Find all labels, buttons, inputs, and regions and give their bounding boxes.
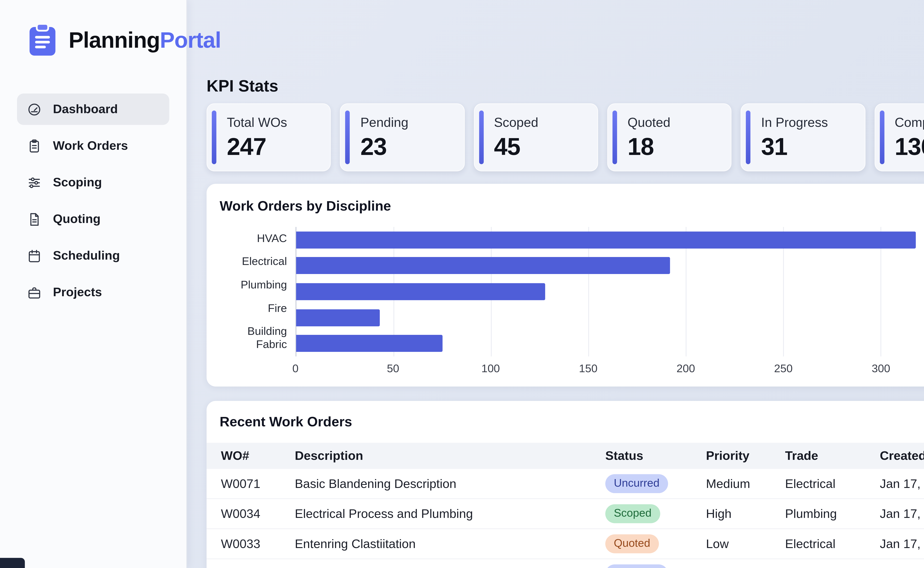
kpi-label: Quoted (628, 115, 731, 130)
cell-created: Jan 17, 8:40 PM (880, 507, 924, 521)
kpi-label: Total WOs (227, 115, 330, 130)
chart-plot-area (295, 227, 924, 356)
table-row[interactable]: W0033 Entenring Clastiitation Quoted Low… (207, 529, 924, 559)
table-title: Recent Work Orders (207, 414, 924, 430)
table-header-row: WO# Description Status Priority Trade Cr… (207, 443, 924, 469)
kpi-value: 45 (494, 133, 597, 161)
app-title-accent: Portal (160, 27, 221, 52)
category-label: HVAC (220, 232, 287, 245)
x-tick-label: 150 (579, 363, 597, 376)
kpi-label: Scoped (494, 115, 597, 130)
sidebar-item-projects[interactable]: Projects (17, 276, 169, 308)
x-tick-label: 0 (292, 363, 298, 376)
cell-trade: Electrical (785, 476, 880, 491)
cell-wo-number: W0071 (221, 476, 295, 491)
kpi-card-total-wos: Total WOs 247 (207, 103, 331, 171)
x-tick-label: 200 (677, 363, 695, 376)
kpi-card-quoted: Quoted 18 (607, 103, 732, 171)
sidebar-item-label: Work Orders (53, 139, 128, 153)
sidebar-item-label: Quoting (53, 212, 101, 226)
sidebar-item-scoping[interactable]: Scoping (17, 167, 169, 198)
sidebar-item-label: Projects (53, 285, 102, 299)
clipboard-icon (27, 138, 42, 153)
cell-wo-number: W0034 (221, 507, 295, 521)
column-header-description: Description (295, 449, 605, 463)
x-tick-label: 300 (872, 363, 890, 376)
status-badge: Scoped (605, 505, 660, 523)
planning-portal-app: PlanningPortal Dashboard Work Orders Sco… (0, 0, 924, 568)
cell-created: Jan 17, 9:00 PM (880, 567, 924, 568)
sidebar-item-work-orders[interactable]: Work Orders (17, 130, 169, 162)
bar-hvac (296, 231, 915, 249)
chart-category-axis: HVAC Electrical Plumbing Fire Building F… (220, 227, 295, 356)
sliders-icon (27, 175, 42, 190)
sidebar-item-label: Dashboard (53, 102, 118, 116)
cell-trade: Plumbing (785, 507, 880, 521)
cell-wo-number: W0033 (221, 536, 295, 551)
cell-created: Jan 17, 9:25 PM (880, 476, 924, 491)
cell-description: Entenring Clastiitation (295, 536, 605, 551)
sidebar-item-scheduling[interactable]: Scheduling (17, 240, 169, 272)
cell-wo-number: W0024 (221, 567, 295, 568)
cell-description: Basic Blandening Description (295, 476, 605, 491)
x-tick-label: 250 (774, 363, 793, 376)
kpi-card-scoped: Scoped 45 (474, 103, 598, 171)
document-quote-icon (27, 211, 42, 227)
sidebar: PlanningPortal Dashboard Work Orders Sco… (0, 0, 187, 568)
kpi-card-in-progress: In Progress 31 (741, 103, 865, 171)
table-row[interactable]: W0034 Electrical Process and Plumbing Sc… (207, 499, 924, 529)
table-body: W0071 Basic Blandening Description Uncur… (207, 469, 924, 568)
kpi-value: 31 (761, 133, 865, 161)
category-label: Electrical (220, 255, 287, 269)
kpi-label: In Progress (761, 115, 865, 130)
kpi-value: 130 (895, 133, 924, 161)
main-content: KPI Stats Total WOs 247 Pending 23 Scope… (186, 0, 924, 568)
briefcase-icon (27, 285, 42, 300)
app-title: PlanningPortal (69, 27, 221, 53)
x-tick-label: 50 (387, 363, 399, 376)
cell-priority: Medium (706, 476, 785, 491)
kpi-card-row: Total WOs 247 Pending 23 Scoped 45 Quote… (207, 103, 924, 171)
sidebar-item-quoting[interactable]: Quoting (17, 203, 169, 235)
sidebar-bottom-partial-element (0, 558, 25, 568)
column-header-priority: Priority (706, 449, 785, 463)
cell-priority: High (706, 507, 785, 521)
column-header-created: Created (880, 449, 924, 463)
work-orders-by-discipline-chart-card: Work Orders by Discipline HVAC Electrica… (207, 184, 924, 387)
bar-plumbing (296, 283, 545, 300)
category-label: Fire (220, 302, 287, 315)
sidebar-item-label: Scoping (53, 175, 102, 190)
cell-trade: Electrical (785, 536, 880, 551)
sidebar-item-dashboard[interactable]: Dashboard (17, 94, 169, 125)
kpi-card-complete: Complete 130 (874, 103, 924, 171)
x-tick-label: 100 (481, 363, 500, 376)
chart-title: Work Orders by Discipline (220, 198, 924, 214)
status-badge: Uncurred (605, 474, 668, 493)
cell-priority: Medium (706, 567, 785, 568)
kpi-value: 18 (628, 133, 731, 161)
kpi-label: Pending (360, 115, 464, 130)
kpi-value: 247 (227, 133, 330, 161)
column-header-wo: WO# (221, 449, 295, 463)
table-row[interactable]: W0024 Schedule Plumbing Completion Uncur… (207, 559, 924, 568)
cell-priority: Low (706, 536, 785, 551)
table-row[interactable]: W0071 Basic Blandening Description Uncur… (207, 469, 924, 499)
app-logo[interactable]: PlanningPortal (0, 0, 186, 58)
kpi-stats-heading: KPI Stats (207, 76, 924, 95)
cell-trade: Electrical (785, 567, 880, 568)
calendar-icon (27, 248, 42, 263)
cell-description: Schedule Plumbing Completion (295, 567, 605, 568)
recent-work-orders-card: Recent Work Orders WO# Description Statu… (207, 401, 924, 568)
bar-chart: HVAC Electrical Plumbing Fire Building F… (220, 227, 924, 356)
app-title-primary: Planning (69, 27, 160, 52)
sidebar-nav: Dashboard Work Orders Scoping Quoting (0, 94, 186, 308)
chart-x-axis: 0 50 100 150 200 250 300 350 (295, 357, 924, 376)
category-label: Building Fabric (220, 325, 287, 351)
kpi-value: 23 (360, 133, 464, 161)
status-badge: Uncurred (605, 565, 668, 568)
cell-description: Electrical Process and Plumbing (295, 507, 605, 521)
category-label: Plumbing (220, 279, 287, 292)
sidebar-item-label: Scheduling (53, 249, 120, 263)
kpi-card-pending: Pending 23 (340, 103, 464, 171)
kpi-label: Complete (895, 115, 924, 130)
